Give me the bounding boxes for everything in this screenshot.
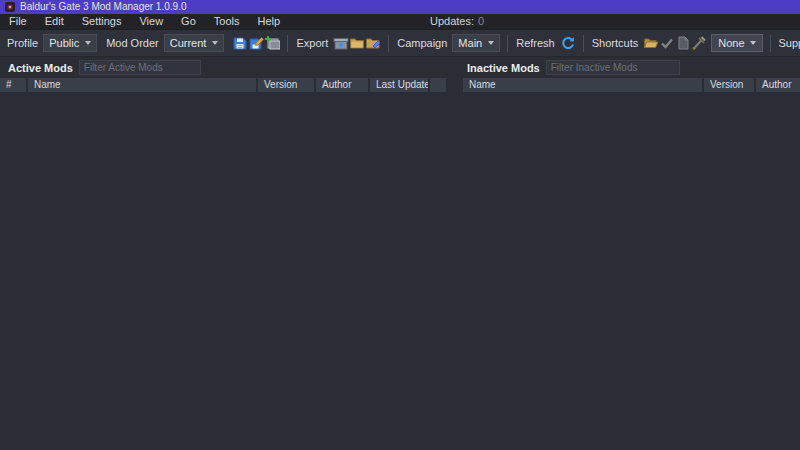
refresh-label: Refresh [516, 37, 555, 49]
active-filter-row: Active Mods [0, 59, 446, 76]
mod-order-label: Mod Order [106, 37, 159, 49]
save-as-icon [248, 35, 264, 51]
profile-dropdown[interactable]: Public [43, 34, 97, 52]
menubar: File Edit Settings View Go Tools Help Up… [0, 14, 800, 29]
toolbar-separator [287, 35, 288, 52]
window-title: Baldur's Gate 3 Mod Manager 1.0.9.0 [20, 0, 186, 14]
active-mods-panel: Active Mods # Name Version Author Last U… [0, 57, 446, 438]
menu-view[interactable]: View [130, 14, 172, 29]
main-area: Active Mods # Name Version Author Last U… [0, 57, 800, 450]
column-header-last-updated[interactable]: Last Updated [370, 78, 428, 92]
save-button[interactable] [232, 33, 248, 53]
open-logs-button[interactable] [675, 33, 691, 53]
campaign-label: Campaign [397, 37, 447, 49]
file-icon [675, 35, 691, 51]
mod-order-value: Current [170, 37, 207, 49]
active-mods-label: Active Mods [8, 62, 73, 74]
column-header-name[interactable]: Name [463, 78, 702, 92]
toolbar-separator [507, 35, 508, 52]
launch-game-button[interactable] [659, 33, 675, 53]
toolbar-separator [583, 35, 584, 52]
app-icon [5, 2, 15, 12]
menu-file[interactable]: File [0, 14, 36, 29]
titlebar[interactable]: Baldur's Gate 3 Mod Manager 1.0.9.0 [0, 0, 800, 14]
export-package-button[interactable] [333, 33, 349, 53]
folder-export-icon [365, 35, 381, 51]
open-folder-icon [643, 35, 659, 51]
campaign-dropdown[interactable]: Main [452, 34, 500, 52]
column-header-name[interactable]: Name [28, 78, 256, 92]
save-icon [232, 35, 248, 51]
campaign-value: Main [458, 37, 482, 49]
column-header-blank[interactable] [430, 78, 446, 92]
refresh-icon [560, 35, 576, 51]
folder-icon [349, 35, 365, 51]
updates-label: Updates: [430, 15, 474, 27]
column-header-author[interactable]: Author [316, 78, 368, 92]
shortcuts-label: Shortcuts [592, 37, 638, 49]
updates-status: Updates:0 [430, 14, 484, 29]
menu-settings[interactable]: Settings [73, 14, 131, 29]
new-mod-order-icon [264, 35, 280, 51]
menu-tools[interactable]: Tools [205, 14, 249, 29]
active-filter-input[interactable] [79, 60, 201, 75]
export-label: Export [296, 37, 328, 49]
support-label: Support [779, 37, 800, 49]
app-window: Baldur's Gate 3 Mod Manager 1.0.9.0 File… [0, 0, 800, 450]
column-header-version[interactable]: Version [258, 78, 314, 92]
updates-count: 0 [478, 15, 484, 27]
active-table-header: # Name Version Author Last Updated [0, 78, 446, 92]
save-as-button[interactable] [248, 33, 264, 53]
toolbar-separator [770, 35, 771, 52]
inactive-filter-input[interactable] [546, 60, 680, 75]
sword-icon [691, 35, 707, 51]
export-folder-zip-button[interactable] [365, 33, 381, 53]
column-header-version[interactable]: Version [704, 78, 754, 92]
column-header-index[interactable]: # [0, 78, 26, 92]
profile-label: Profile [7, 37, 38, 49]
inactive-mods-panel: Inactive Mods Name Version Author [463, 57, 800, 438]
open-game-folder-button[interactable] [643, 33, 659, 53]
chevron-down-icon [212, 41, 218, 45]
menu-help[interactable]: Help [248, 14, 289, 29]
menu-go[interactable]: Go [172, 14, 205, 29]
active-mods-list[interactable] [0, 92, 446, 438]
shortcuts-none-value: None [718, 37, 744, 49]
script-extender-button[interactable] [691, 33, 707, 53]
menu-edit[interactable]: Edit [36, 14, 73, 29]
inactive-filter-row: Inactive Mods [463, 59, 800, 76]
new-mod-order-button[interactable] [264, 33, 280, 53]
inactive-mods-list[interactable] [463, 92, 800, 438]
toolbar: Profile Public Mod Order Current [0, 29, 800, 57]
export-folder-button[interactable] [349, 33, 365, 53]
check-icon [659, 35, 675, 51]
profile-value: Public [49, 37, 79, 49]
toolbar-separator [388, 35, 389, 52]
shortcuts-none-dropdown[interactable]: None [711, 34, 762, 52]
inactive-mods-label: Inactive Mods [467, 62, 540, 74]
mod-order-dropdown[interactable]: Current [164, 34, 225, 52]
inactive-table-header: Name Version Author [463, 78, 800, 92]
refresh-button[interactable] [560, 33, 576, 53]
column-header-author[interactable]: Author [756, 78, 800, 92]
chevron-down-icon [85, 41, 91, 45]
chevron-down-icon [750, 41, 756, 45]
chevron-down-icon [488, 41, 494, 45]
export-package-icon [333, 35, 349, 51]
